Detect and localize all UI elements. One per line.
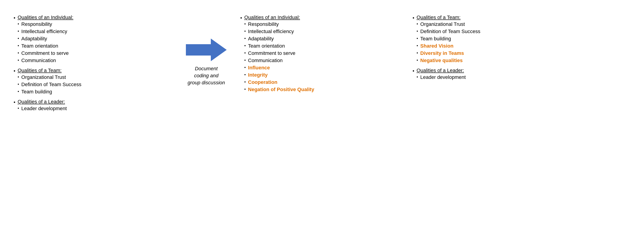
list-item: •Organizational Trust [18,74,82,80]
category-content: Qualities of a Team:•Organizational Trus… [18,68,82,96]
list-item: •Cooperation [244,79,314,85]
sub-bullet: • [18,89,19,94]
item-text: Organizational Trust [21,74,66,80]
list-item: •Team orientation [18,43,74,49]
sub-bullet: • [18,44,19,48]
category-content: Qualities of a Leader:•Leader developmen… [417,68,466,82]
item-text: Shared Vision [420,43,453,49]
sub-bullet: • [244,87,246,92]
arrow-icon [186,36,227,64]
item-text: Team building [420,36,451,42]
list-item: •Team building [18,89,82,95]
sub-bullet: • [244,44,246,48]
sub-list: •Organizational Trust•Definition of Team… [18,74,82,95]
list-item: •Team building [417,36,480,42]
item-text: Communication [248,58,283,64]
list-item: •Communication [18,58,74,64]
main-container: •Qualities of an Individual:•Responsibil… [14,9,630,116]
list-item: •Diversity in Teams [417,50,480,56]
list-item: •Commitment to serve [18,50,74,56]
item-text: Team orientation [248,43,285,49]
item-text: Intellectual efficiency [248,28,294,34]
final-codes-right: •Qualities of a Team:•Organizational Tru… [412,14,589,84]
final-category-item: •Qualities of a Leader:•Leader developme… [412,68,589,82]
final-codes-container: •Qualities of an Individual:•Responsibil… [240,14,589,96]
final-codes-section: •Qualities of an Individual:•Responsibil… [240,9,589,96]
list-item: •Integrity [244,72,314,78]
item-text: Responsibility [248,21,279,27]
list-item: •Negation of Positive Quality [244,86,314,92]
sub-bullet: • [18,22,19,26]
item-text: Definition of Team Success [420,28,480,34]
category-content: Qualities of an Individual:•Responsibili… [18,14,74,65]
final-codes-left: •Qualities of an Individual:•Responsibil… [240,14,399,96]
sub-list: •Leader development [417,74,466,80]
item-text: Cooperation [248,79,278,85]
category-label: Qualities of a Leader: [18,99,67,105]
bullet-dot: • [14,15,16,21]
list-item: •Definition of Team Success [18,82,82,88]
item-text: Organizational Trust [420,21,465,27]
arrow-container: Documentcoding andgroup discussion [172,36,240,86]
bullet-dot: • [412,15,414,21]
sub-bullet: • [244,58,246,63]
list-item: •Intellectual efficiency [18,28,74,34]
sub-bullet: • [417,58,418,63]
sub-list: •Responsibility•Intellectual efficiency•… [244,21,314,92]
bullet-dot: • [14,68,16,74]
list-item: •Leader development [18,106,67,112]
sub-bullet: • [417,29,418,34]
svg-marker-0 [186,38,227,61]
list-item: •Leader development [417,74,466,80]
list-item: •Responsibility [18,21,74,27]
list-item: •Shared Vision [417,43,480,49]
sub-bullet: • [244,36,246,41]
sub-bullet: • [18,106,19,111]
bullet-dot: • [240,15,242,21]
item-text: Influence [248,65,270,71]
sub-bullet: • [417,44,418,48]
sub-bullet: • [244,65,246,70]
sub-bullet: • [18,75,19,80]
arrow-label: Documentcoding andgroup discussion [188,65,225,86]
item-text: Communication [21,58,56,64]
item-text: Responsibility [21,21,52,27]
item-text: Negation of Positive Quality [248,86,314,92]
list-item: •Definition of Team Success [417,28,480,34]
item-text: Negative qualities [420,58,463,64]
list-item: •Adaptability [18,36,74,42]
final-category-item: •Qualities of an Individual:•Responsibil… [240,14,399,94]
category-label: Qualities of a Leader: [417,68,466,74]
initial-category-item: •Qualities of a Leader:•Leader developme… [14,99,172,113]
final-category-item: •Qualities of a Team:•Organizational Tru… [412,14,589,65]
item-text: Definition of Team Success [21,82,82,88]
item-text: Leader development [420,74,466,80]
sub-bullet: • [18,36,19,41]
list-item: •Organizational Trust [417,21,480,27]
item-text: Intellectual efficiency [21,28,67,34]
category-label: Qualities of a Team: [417,14,480,20]
initial-codes-list: •Qualities of an Individual:•Responsibil… [14,14,172,113]
item-text: Adaptability [248,36,274,42]
category-label: Qualities of an Individual: [244,14,314,20]
list-item: •Negative qualities [417,58,480,64]
item-text: Diversity in Teams [420,50,464,56]
sub-list: •Leader development [18,106,67,112]
item-text: Team orientation [21,43,58,49]
bullet-dot: • [412,68,414,74]
sub-bullet: • [417,75,418,80]
final-category-list: •Qualities of an Individual:•Responsibil… [240,14,399,94]
list-item: •Responsibility [244,21,314,27]
sub-bullet: • [244,51,246,56]
initial-codes-section: •Qualities of an Individual:•Responsibil… [14,9,172,116]
item-text: Team building [21,89,52,95]
category-label: Qualities of an Individual: [18,14,74,20]
item-text: Commitment to serve [21,50,69,56]
category-content: Qualities of a Team:•Organizational Trus… [417,14,480,65]
sub-bullet: • [417,22,418,26]
sub-bullet: • [244,80,246,84]
sub-list: •Organizational Trust•Definition of Team… [417,21,480,64]
category-content: Qualities of an Individual:•Responsibili… [244,14,314,94]
list-item: •Communication [244,58,314,64]
sub-bullet: • [18,29,19,34]
